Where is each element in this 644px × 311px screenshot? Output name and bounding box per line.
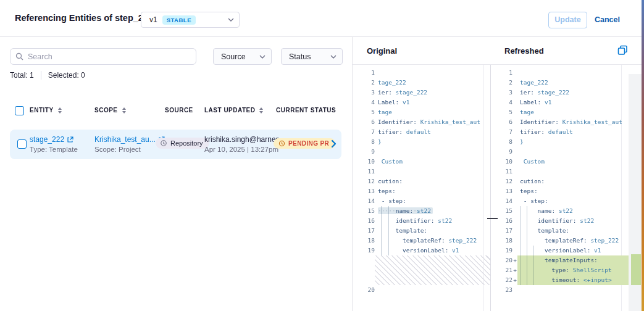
code-line: 11	[491, 167, 629, 176]
original-title: Original	[367, 46, 397, 56]
refreshed-code-editor[interactable]: 12tage_2223ier: stage_2224Label: v15tage…	[491, 65, 644, 311]
line-number: 6	[353, 117, 375, 127]
code-text: tifier: default	[517, 127, 573, 137]
column-current-status: CURRENT STATUS	[276, 107, 336, 114]
stable-badge: STABLE	[162, 15, 196, 25]
code-line: 11	[353, 167, 480, 176]
scope-link[interactable]: Krishika_test_au...	[94, 135, 156, 144]
code-text: Identifier: Krishika_test_aut	[517, 117, 622, 127]
code-line: 2tage_222	[353, 78, 480, 88]
line-number: 11	[353, 167, 375, 176]
status-filter[interactable]: Status	[281, 48, 343, 65]
code-text: Custom	[517, 157, 545, 167]
added-line-plus: +	[513, 275, 517, 285]
code-text: tage_222	[376, 78, 406, 88]
code-line: 12cution:	[491, 176, 629, 186]
code-line: 15 name: st22	[491, 206, 629, 216]
code-line: 13teps:	[491, 186, 629, 196]
code-line: 5tage	[353, 107, 480, 117]
external-link-icon[interactable]	[67, 136, 73, 143]
code-text: versionLabel: v1	[376, 246, 459, 255]
code-line: 5tage	[491, 107, 629, 117]
line-number: 2	[491, 78, 512, 88]
line-number: 7	[353, 127, 375, 137]
divider-drag-handle[interactable]	[487, 218, 498, 219]
code-text: cution:	[376, 176, 403, 186]
line-number: 12	[353, 176, 375, 186]
status-badge-label: PENDING PR	[288, 140, 329, 147]
source-filter-label: Source	[221, 52, 246, 61]
search-icon	[15, 52, 23, 60]
window-edge-gradient	[642, 0, 644, 311]
refreshed-title: Refreshed	[504, 46, 544, 56]
diff-gap	[353, 255, 480, 285]
row-checkbox[interactable]	[17, 139, 27, 149]
code-line: 8}	[491, 137, 629, 147]
expand-row-chevron[interactable]	[331, 139, 337, 148]
original-code-editor[interactable]: 12tage_2223ier: stage_2224Label: v15tage…	[353, 65, 490, 311]
copy-icon[interactable]	[617, 45, 628, 56]
code-line: 17 template:	[491, 226, 629, 236]
code-text: cution:	[517, 176, 545, 186]
line-number: 20+	[491, 255, 512, 265]
code-text: ·····name:·st22	[376, 206, 433, 216]
code-line: 18 templateRef: step_222	[491, 236, 629, 246]
code-text	[517, 285, 520, 295]
line-number: 3	[353, 88, 375, 97]
column-entity: ENTITY	[30, 107, 62, 114]
code-line: 15·····name:·st22	[353, 206, 480, 216]
line-number: 8	[353, 137, 375, 147]
update-button[interactable]: Update	[548, 12, 587, 28]
panel-divider[interactable]	[490, 37, 491, 311]
code-line: 23	[491, 285, 629, 295]
scope-level: Scope: Project	[94, 144, 165, 154]
line-number: 23	[491, 285, 512, 295]
clock-icon	[278, 140, 285, 147]
sort-icon[interactable]	[259, 107, 263, 114]
code-line: 20	[353, 285, 480, 295]
line-number: 5	[353, 107, 375, 117]
code-line: 3ier: stage_222	[491, 88, 629, 97]
line-number: 13	[491, 186, 512, 196]
code-line: 22+ timeout: <+input>	[491, 275, 629, 285]
chevron-down-icon	[228, 18, 234, 22]
search-input[interactable]	[28, 52, 191, 61]
code-line: 10 Custom	[353, 157, 480, 167]
line-number: 3	[491, 88, 512, 97]
code-text	[517, 167, 520, 176]
entity-link[interactable]: stage_222	[30, 135, 64, 144]
cancel-button[interactable]: Cancel	[595, 12, 620, 28]
code-line: 1	[353, 68, 480, 78]
totals-bar: Total: 1 Selected: 0	[10, 71, 85, 80]
line-number: 20	[353, 285, 375, 295]
code-text: template:	[517, 226, 569, 236]
sort-icon[interactable]	[122, 107, 126, 114]
code-line: 20+ templateInputs:	[491, 255, 629, 265]
code-line: 16 identifier: st22	[491, 216, 629, 226]
entity-type: Type: Template	[30, 144, 78, 154]
line-number: 18	[491, 236, 512, 246]
line-number: 9	[491, 147, 512, 157]
table-row[interactable]: stage_222 Type: Template Krishika_test_a…	[10, 130, 341, 159]
code-text: timeout: <+input>	[517, 275, 629, 285]
sort-icon[interactable]	[58, 107, 62, 114]
code-text: Identifier: Krishika_test_aut	[376, 117, 480, 127]
code-text: template:	[376, 226, 427, 236]
code-text	[376, 285, 378, 295]
source-cell: Repository	[156, 138, 209, 149]
code-line: 7tifier: default	[491, 127, 629, 137]
code-line: 19 versionLabel: v1	[491, 246, 629, 255]
source-filter[interactable]: Source	[213, 48, 272, 65]
code-text: tifier: default	[376, 127, 431, 137]
code-text: tage	[517, 107, 534, 117]
line-number: 7	[491, 127, 512, 137]
line-number: 10	[491, 157, 512, 167]
chevron-down-icon	[259, 55, 266, 59]
selected-count: Selected: 0	[48, 71, 85, 80]
code-text: templateRef: step_222	[376, 236, 477, 246]
code-text	[376, 167, 378, 176]
code-text: teps:	[517, 186, 538, 196]
code-line: 7tifier: default	[353, 127, 480, 137]
version-select[interactable]: v1 STABLE	[141, 12, 240, 28]
line-number: 10	[353, 157, 375, 167]
